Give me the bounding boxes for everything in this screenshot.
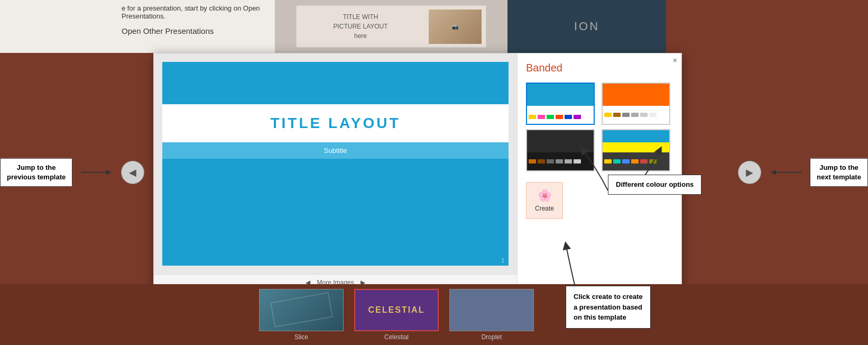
nav-previous: Jump to theprevious template ◀	[0, 158, 144, 187]
bg-thumb-subtitle: PICTURE LAYOUT	[301, 22, 420, 31]
celestial-label: Celestial	[384, 333, 409, 341]
celestial-title: CELESTIAL	[368, 305, 425, 315]
bg-top-right: ION	[507, 0, 666, 53]
bg-center-thumb: TITLE WITH PICTURE LAYOUT here 📷	[275, 0, 507, 53]
click-create-callout: Click create to createa presentation bas…	[566, 286, 651, 329]
click-create-text: Click create to createa presentation bas…	[574, 293, 643, 321]
slide-title: TITLE LAYOUT	[173, 115, 498, 132]
bg-top-left: e for a presentation, start by clicking …	[0, 0, 275, 53]
thumb-slice[interactable]: Slice	[259, 289, 344, 341]
slide-subtitle-band: Subtitle	[162, 142, 509, 159]
bg-text-line1: e for a presentation, start by clicking …	[122, 4, 266, 12]
bg-thumb-title: TITLE WITH	[301, 12, 420, 22]
swatch-orange[interactable]	[602, 83, 670, 125]
slide-preview: TITLE LAYOUT Subtitle 1	[162, 62, 509, 266]
create-label: Create	[535, 205, 554, 212]
thumb-droplet[interactable]: Droplet	[449, 289, 534, 341]
preview-pane: TITLE LAYOUT Subtitle 1 ◀ More Images ▶	[154, 53, 518, 290]
ion-label: ION	[574, 20, 599, 33]
slide-top-band	[162, 62, 509, 104]
bg-text-line2: Presentations.	[122, 12, 266, 20]
next-arrow-line	[770, 167, 801, 178]
bg-thumb-sub2: here	[301, 31, 420, 41]
close-button[interactable]: ×	[673, 57, 677, 64]
svg-marker-1	[106, 170, 112, 175]
slice-label: Slice	[294, 333, 308, 341]
bg-thumb-image: 📷	[429, 10, 482, 44]
different-colours-text: Different colour options	[616, 180, 694, 188]
swatch-blue[interactable]	[526, 83, 595, 125]
droplet-label: Droplet	[482, 333, 502, 341]
prev-button[interactable]: ◀	[121, 161, 144, 184]
next-label: Jump to thenext template	[810, 158, 868, 187]
prev-label: Jump to theprevious template	[0, 158, 72, 187]
create-icon: 🌸	[538, 189, 552, 203]
thumb-celestial[interactable]: CELESTIAL Celestial	[354, 289, 439, 341]
open-other-presentations[interactable]: Open Other Presentations	[122, 26, 266, 35]
slide-bottom-band	[162, 159, 509, 266]
bg-thumb-inner: TITLE WITH PICTURE LAYOUT here 📷	[296, 5, 486, 48]
nav-next: ▶ Jump to thenext template	[738, 158, 868, 187]
different-colours-callout: Different colour options	[608, 175, 701, 195]
slide-number: 1	[501, 258, 504, 264]
prev-arrow-line	[81, 167, 113, 178]
bottom-templates: Slice CELESTIAL Celestial Droplet	[0, 284, 868, 345]
next-button[interactable]: ▶	[738, 161, 761, 184]
slide-white-band: TITLE LAYOUT	[162, 104, 509, 142]
template-name-label: Banded	[526, 62, 673, 74]
svg-marker-3	[771, 170, 776, 175]
